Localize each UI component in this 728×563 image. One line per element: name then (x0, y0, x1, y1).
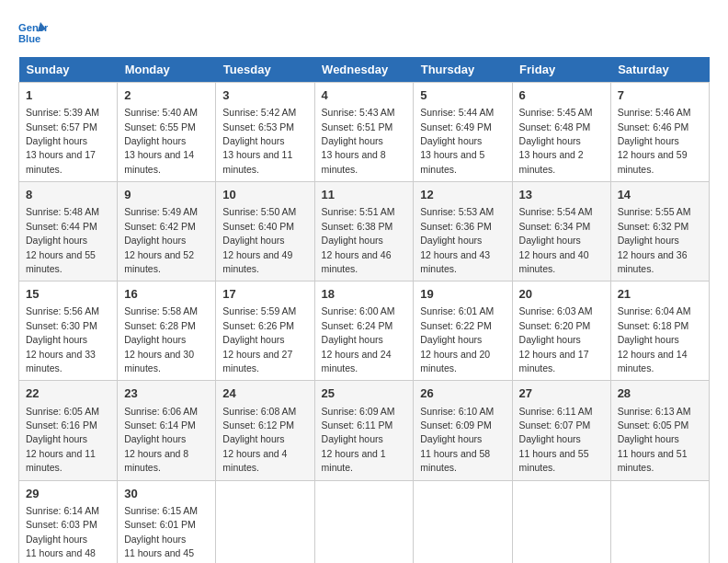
day-number: 13 (519, 187, 604, 203)
calendar-cell: 24Sunrise: 6:08 AMSunset: 6:12 PMDayligh… (216, 381, 314, 480)
calendar-cell: 25Sunrise: 6:09 AMSunset: 6:11 PMDayligh… (314, 381, 414, 480)
day-info: Sunrise: 5:56 AMSunset: 6:30 PMDaylight … (26, 305, 99, 373)
day-number: 1 (26, 87, 110, 104)
header-day-tuesday: Tuesday (216, 57, 314, 83)
calendar-cell: 12Sunrise: 5:53 AMSunset: 6:36 PMDayligh… (414, 182, 512, 282)
calendar-cell: 13Sunrise: 5:54 AMSunset: 6:34 PMDayligh… (512, 182, 610, 282)
day-info: Sunrise: 5:59 AMSunset: 6:26 PMDaylight … (222, 305, 296, 373)
calendar-cell: 21Sunrise: 6:04 AMSunset: 6:18 PMDayligh… (610, 282, 709, 381)
calendar-cell: 1Sunrise: 5:39 AMSunset: 6:57 PMDaylight… (19, 83, 118, 182)
day-number: 21 (618, 286, 702, 303)
day-number: 29 (26, 486, 110, 502)
calendar-cell: 30Sunrise: 6:15 AMSunset: 6:01 PMDayligh… (118, 480, 216, 563)
calendar-week-row: 29Sunrise: 6:14 AMSunset: 6:03 PMDayligh… (19, 480, 710, 563)
day-number: 10 (222, 187, 307, 203)
day-number: 17 (222, 286, 307, 303)
calendar-cell: 11Sunrise: 5:51 AMSunset: 6:38 PMDayligh… (314, 182, 414, 282)
day-info: Sunrise: 5:48 AMSunset: 6:44 PMDaylight … (26, 206, 99, 274)
calendar-cell: 5Sunrise: 5:44 AMSunset: 6:49 PMDaylight… (414, 83, 512, 182)
calendar-cell: 15Sunrise: 5:56 AMSunset: 6:30 PMDayligh… (19, 282, 118, 381)
day-number: 15 (26, 286, 110, 303)
calendar-cell: 8Sunrise: 5:48 AMSunset: 6:44 PMDaylight… (19, 182, 118, 282)
calendar-cell: 28Sunrise: 6:13 AMSunset: 6:05 PMDayligh… (610, 381, 709, 480)
day-info: Sunrise: 5:44 AMSunset: 6:49 PMDaylight … (420, 107, 494, 175)
day-info: Sunrise: 6:13 AMSunset: 6:05 PMDaylight … (618, 406, 691, 474)
calendar-cell: 22Sunrise: 6:05 AMSunset: 6:16 PMDayligh… (19, 381, 118, 480)
day-info: Sunrise: 6:00 AMSunset: 6:24 PMDaylight … (322, 305, 395, 373)
day-info: Sunrise: 5:58 AMSunset: 6:28 PMDaylight … (124, 305, 198, 373)
logo: General Blue (18, 18, 51, 48)
day-number: 8 (26, 187, 110, 203)
day-number: 25 (322, 385, 407, 402)
day-number: 22 (26, 385, 110, 402)
calendar-cell: 20Sunrise: 6:03 AMSunset: 6:20 PMDayligh… (512, 282, 610, 381)
calendar-cell (512, 480, 610, 563)
calendar-cell: 4Sunrise: 5:43 AMSunset: 6:51 PMDaylight… (314, 83, 414, 182)
day-info: Sunrise: 6:05 AMSunset: 6:16 PMDaylight … (26, 406, 99, 474)
day-info: Sunrise: 6:08 AMSunset: 6:12 PMDaylight … (222, 406, 296, 474)
day-number: 9 (124, 187, 209, 203)
calendar-cell: 18Sunrise: 6:00 AMSunset: 6:24 PMDayligh… (314, 282, 414, 381)
day-number: 27 (519, 385, 604, 402)
calendar-cell (216, 480, 314, 563)
calendar-cell: 29Sunrise: 6:14 AMSunset: 6:03 PMDayligh… (19, 480, 118, 563)
day-info: Sunrise: 5:51 AMSunset: 6:38 PMDaylight … (322, 206, 395, 274)
calendar-cell (610, 480, 709, 563)
calendar-cell: 19Sunrise: 6:01 AMSunset: 6:22 PMDayligh… (414, 282, 512, 381)
day-info: Sunrise: 6:01 AMSunset: 6:22 PMDaylight … (420, 305, 494, 373)
day-number: 26 (420, 385, 505, 402)
day-info: Sunrise: 5:43 AMSunset: 6:51 PMDaylight … (322, 107, 395, 175)
calendar-cell: 9Sunrise: 5:49 AMSunset: 6:42 PMDaylight… (118, 182, 216, 282)
day-number: 6 (519, 87, 604, 104)
day-info: Sunrise: 6:04 AMSunset: 6:18 PMDaylight … (618, 305, 691, 373)
calendar-cell: 27Sunrise: 6:11 AMSunset: 6:07 PMDayligh… (512, 381, 610, 480)
header-day-friday: Friday (512, 57, 610, 83)
day-info: Sunrise: 6:14 AMSunset: 6:03 PMDaylight … (26, 505, 99, 563)
day-number: 11 (322, 187, 407, 203)
day-number: 18 (322, 286, 407, 303)
day-info: Sunrise: 5:42 AMSunset: 6:53 PMDaylight … (222, 107, 296, 175)
calendar-cell: 14Sunrise: 5:55 AMSunset: 6:32 PMDayligh… (610, 182, 709, 282)
day-info: Sunrise: 6:11 AMSunset: 6:07 PMDaylight … (519, 406, 593, 474)
calendar-cell: 3Sunrise: 5:42 AMSunset: 6:53 PMDaylight… (216, 83, 314, 182)
header-day-monday: Monday (118, 57, 216, 83)
calendar-cell: 17Sunrise: 5:59 AMSunset: 6:26 PMDayligh… (216, 282, 314, 381)
day-number: 4 (322, 87, 407, 104)
day-info: Sunrise: 5:50 AMSunset: 6:40 PMDaylight … (222, 206, 296, 274)
day-number: 23 (124, 385, 209, 402)
calendar-cell: 10Sunrise: 5:50 AMSunset: 6:40 PMDayligh… (216, 182, 314, 282)
day-number: 2 (124, 87, 209, 104)
day-info: Sunrise: 6:15 AMSunset: 6:01 PMDaylight … (124, 505, 198, 563)
day-info: Sunrise: 5:40 AMSunset: 6:55 PMDaylight … (124, 107, 198, 175)
day-number: 5 (420, 87, 505, 104)
calendar-cell (414, 480, 512, 563)
calendar-cell: 23Sunrise: 6:06 AMSunset: 6:14 PMDayligh… (118, 381, 216, 480)
day-info: Sunrise: 5:39 AMSunset: 6:57 PMDaylight … (26, 107, 99, 175)
day-number: 30 (124, 486, 209, 502)
svg-text:Blue: Blue (18, 33, 40, 44)
day-info: Sunrise: 5:46 AMSunset: 6:46 PMDaylight … (618, 107, 691, 175)
calendar-cell: 6Sunrise: 5:45 AMSunset: 6:48 PMDaylight… (512, 83, 610, 182)
header-day-thursday: Thursday (414, 57, 512, 83)
calendar-cell: 16Sunrise: 5:58 AMSunset: 6:28 PMDayligh… (118, 282, 216, 381)
day-info: Sunrise: 5:45 AMSunset: 6:48 PMDaylight … (519, 107, 593, 175)
day-number: 28 (618, 385, 702, 402)
day-info: Sunrise: 6:09 AMSunset: 6:11 PMDaylight … (322, 406, 395, 474)
calendar-week-row: 22Sunrise: 6:05 AMSunset: 6:16 PMDayligh… (19, 381, 710, 480)
calendar-week-row: 1Sunrise: 5:39 AMSunset: 6:57 PMDaylight… (19, 83, 710, 182)
calendar-week-row: 8Sunrise: 5:48 AMSunset: 6:44 PMDaylight… (19, 182, 710, 282)
day-number: 7 (618, 87, 702, 104)
calendar-table: SundayMondayTuesdayWednesdayThursdayFrid… (18, 57, 710, 563)
day-info: Sunrise: 5:55 AMSunset: 6:32 PMDaylight … (618, 206, 691, 274)
calendar-cell: 26Sunrise: 6:10 AMSunset: 6:09 PMDayligh… (414, 381, 512, 480)
calendar-cell: 2Sunrise: 5:40 AMSunset: 6:55 PMDaylight… (118, 83, 216, 182)
logo-icon: General Blue (18, 18, 48, 48)
calendar-cell (314, 480, 414, 563)
day-number: 20 (519, 286, 604, 303)
day-info: Sunrise: 5:53 AMSunset: 6:36 PMDaylight … (420, 206, 494, 274)
calendar-cell: 7Sunrise: 5:46 AMSunset: 6:46 PMDaylight… (610, 83, 709, 182)
day-number: 14 (618, 187, 702, 203)
day-number: 16 (124, 286, 209, 303)
calendar-week-row: 15Sunrise: 5:56 AMSunset: 6:30 PMDayligh… (19, 282, 710, 381)
day-info: Sunrise: 6:06 AMSunset: 6:14 PMDaylight … (124, 406, 198, 474)
